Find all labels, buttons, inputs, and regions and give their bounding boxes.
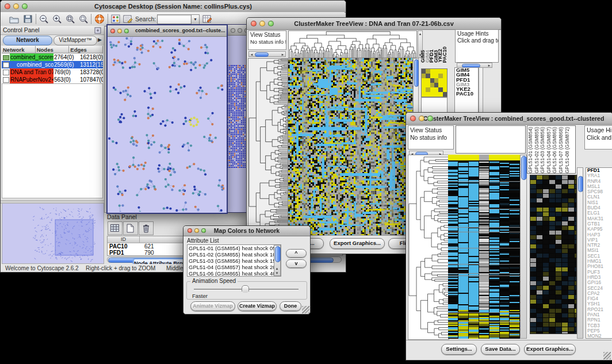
network-table-row[interactable]: combined_sco 2569(6) 13112(15) bbox=[2, 61, 103, 68]
search-input[interactable] bbox=[157, 14, 192, 24]
minimize-icon[interactable] bbox=[117, 29, 122, 33]
attribute-item[interactable]: GPL51-02 (GSM855) heat shock 10 min bbox=[188, 251, 281, 258]
zoom-window-icon[interactable] bbox=[124, 29, 129, 33]
scroll-thumb[interactable] bbox=[521, 156, 527, 180]
gene-label[interactable]: MON2 bbox=[586, 334, 612, 339]
network-table-row[interactable]: DNA and Tran 07 769(0) 183728(0) bbox=[2, 68, 103, 76]
save-data-button[interactable]: Save Data... bbox=[481, 344, 520, 355]
minimize-icon[interactable] bbox=[419, 116, 424, 121]
treeview2-title-bar[interactable]: ClusterMaker TreeView : combined_scores_… bbox=[406, 113, 612, 125]
done-button[interactable]: Done bbox=[280, 301, 301, 311]
close-icon[interactable] bbox=[188, 228, 192, 233]
treeview2-zoom-heatmap[interactable] bbox=[530, 175, 577, 334]
treeview2-window-controls[interactable] bbox=[410, 116, 433, 121]
table-edit-icon[interactable] bbox=[202, 14, 212, 24]
treeview2-gene-list[interactable]: PFD1YRA1RNR4MSL1SPC98CLN1NIS1BUD4ELG1MAK… bbox=[586, 167, 612, 339]
tab-overflow-icon[interactable]: ▶ bbox=[98, 37, 102, 43]
network-table-column[interactable]: Network bbox=[2, 46, 36, 53]
attribute-table-button[interactable] bbox=[108, 221, 123, 235]
tab-vizmapper[interactable]: VizMapper™ bbox=[53, 36, 97, 45]
new-attribute-button[interactable] bbox=[123, 221, 138, 235]
close-icon[interactable] bbox=[251, 21, 257, 26]
network-table-column[interactable]: Nodes bbox=[36, 46, 70, 53]
zoom-in-icon[interactable] bbox=[52, 14, 62, 24]
close-icon[interactable] bbox=[5, 3, 10, 9]
network-table-row[interactable]: combined_scores 2764(0) 16218(0) bbox=[2, 53, 103, 61]
scroll-down-icon[interactable]: ▾ bbox=[274, 270, 280, 275]
attribute-column-id[interactable]: ID bbox=[108, 236, 140, 243]
open-folder-icon[interactable] bbox=[9, 14, 20, 24]
column-label[interactable]: GPL51-08 (GSM872) bbox=[564, 127, 571, 173]
scroll-right-icon[interactable]: ▸ bbox=[487, 63, 492, 68]
treeview2-heatmap-vscrollbar[interactable] bbox=[520, 155, 527, 339]
zoom-window-icon[interactable] bbox=[427, 116, 433, 121]
create-vizmap-button[interactable]: Create Vizmap bbox=[238, 301, 277, 311]
resize-grip[interactable] bbox=[302, 306, 309, 313]
export-graphics-button[interactable]: Export Graphics... bbox=[330, 238, 385, 249]
zoom-out-icon[interactable] bbox=[39, 14, 49, 24]
network-window-title-bar[interactable]: combined_scores_good.txt--cluste... bbox=[108, 25, 227, 37]
gene-label[interactable]: PAC10 bbox=[455, 91, 478, 96]
scroll-thumb[interactable] bbox=[414, 59, 419, 87]
treeview1-window-controls[interactable] bbox=[251, 21, 274, 26]
minimize-icon[interactable] bbox=[13, 3, 19, 9]
column-label[interactable]: GPL51-04 (GSM857) bbox=[546, 127, 552, 173]
column-label[interactable]: GPL51-06 (GSM865) bbox=[552, 127, 558, 173]
save-icon[interactable] bbox=[23, 14, 33, 24]
treeview1-status-hscrollbar[interactable]: ◂ ▸ bbox=[248, 51, 286, 57]
close-icon[interactable] bbox=[110, 29, 115, 33]
background-window-title-bar[interactable] bbox=[227, 25, 248, 36]
network-canvas[interactable] bbox=[108, 37, 224, 212]
network-table-row[interactable]: RNAPuberNov2+ 563(0) 107847(0) bbox=[2, 76, 103, 83]
column-label[interactable]: GPL51-02 (GSM855) bbox=[534, 127, 540, 173]
dialog-title-bar[interactable]: Map Colors to Network bbox=[183, 226, 310, 236]
window-controls[interactable] bbox=[5, 3, 28, 9]
minimize-icon[interactable] bbox=[238, 28, 242, 33]
resize-grip[interactable] bbox=[603, 352, 611, 359]
zoom-window-icon[interactable] bbox=[22, 3, 28, 9]
zoom-fit-icon[interactable] bbox=[78, 14, 89, 24]
attribute-list-vscrollbar[interactable]: ▴ ▾ bbox=[274, 245, 281, 276]
help-lifesaver-icon[interactable] bbox=[94, 13, 105, 25]
network-table-column[interactable]: Edges bbox=[69, 46, 103, 53]
annotation-icon[interactable] bbox=[123, 14, 133, 24]
column-label[interactable]: GPL51-01 (GSM854) bbox=[527, 127, 534, 173]
attribute-list[interactable]: GPL51-01 (GSM854) heat shock 05 minGPL51… bbox=[187, 244, 281, 277]
background-network-window[interactable] bbox=[226, 24, 248, 213]
minimize-icon[interactable] bbox=[194, 228, 199, 233]
zoom-window-icon[interactable] bbox=[201, 228, 206, 233]
column-label[interactable]: GPL51-07 (GSM868) bbox=[558, 127, 564, 173]
matrix-network-canvas[interactable] bbox=[227, 65, 247, 168]
move-down-button[interactable]: v bbox=[286, 259, 307, 268]
column-label[interactable]: PAC10 bbox=[443, 47, 447, 63]
move-up-button[interactable]: ^ bbox=[286, 249, 307, 258]
settings-button[interactable]: Settings... bbox=[441, 344, 477, 355]
scroll-right-icon[interactable]: ▸ bbox=[280, 52, 285, 57]
attribute-item[interactable]: GPL51-01 (GSM854) heat shock 05 min bbox=[188, 245, 281, 251]
close-icon[interactable] bbox=[231, 28, 235, 33]
vizmapper-dots-icon[interactable] bbox=[110, 14, 121, 24]
tab-network[interactable]: Network bbox=[3, 36, 52, 45]
attribute-item[interactable]: GPL51-04 (GSM857) heat shock 20 min bbox=[188, 264, 281, 270]
main-title-bar[interactable]: Cytoscape Desktop (Session Name: collins… bbox=[1, 1, 346, 13]
scroll-thumb[interactable] bbox=[578, 176, 583, 192]
network-overview-canvas[interactable] bbox=[2, 203, 104, 264]
column-label[interactable]: GPL51-03 (GSM856) bbox=[540, 127, 546, 173]
minimize-icon[interactable] bbox=[259, 21, 265, 26]
scroll-thumb[interactable] bbox=[255, 52, 269, 57]
zoom-selected-icon[interactable] bbox=[65, 14, 75, 24]
animate-vizmap-button[interactable]: Animate Vizmap bbox=[190, 301, 235, 311]
close-icon[interactable] bbox=[410, 116, 416, 121]
treeview1-title-bar[interactable]: ClusterMaker TreeView : DNA and Tran 07-… bbox=[247, 18, 501, 30]
delete-attribute-button[interactable] bbox=[139, 221, 154, 235]
treeview2-zoom-vscrollbar[interactable] bbox=[577, 167, 583, 339]
treeview2-row-dendrogram[interactable] bbox=[408, 155, 449, 340]
scroll-thumb[interactable] bbox=[275, 246, 281, 262]
dialog-window-controls[interactable] bbox=[188, 228, 206, 233]
treeview1-column-dendrogram[interactable] bbox=[288, 30, 417, 58]
scroll-left-icon[interactable]: ◂ bbox=[249, 52, 254, 57]
treeview2-heatmap[interactable] bbox=[448, 155, 520, 339]
treeview1-similarity-matrix[interactable] bbox=[421, 68, 447, 97]
network-window-controls[interactable] bbox=[110, 29, 129, 33]
export-graphics-button[interactable]: Export Graphics... bbox=[524, 344, 576, 355]
